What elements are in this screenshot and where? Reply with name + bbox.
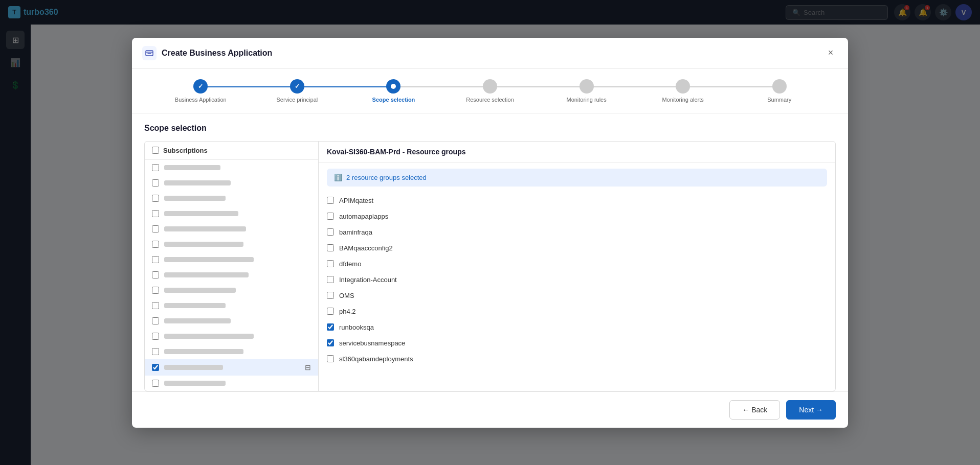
rg-checkbox-5[interactable] <box>327 260 334 267</box>
step-service-principal: ✓Service principal <box>249 79 346 103</box>
subscription-label-bar-12 <box>164 334 254 339</box>
subscription-item[interactable] <box>145 160 318 175</box>
resource-group-item[interactable]: APIMqatest <box>327 193 827 208</box>
subscription-checkbox-10[interactable] <box>152 302 159 309</box>
resource-group-item[interactable]: dfdemo <box>327 256 827 272</box>
subscription-item[interactable]: ⊟ <box>145 359 318 376</box>
subscription-checkbox-3[interactable] <box>152 195 159 202</box>
subscription-label-bar-3 <box>164 196 226 201</box>
filter-icon[interactable]: ⊟ <box>305 363 311 371</box>
subscription-checkbox-15[interactable] <box>152 380 159 387</box>
subscription-checkbox-8[interactable] <box>152 271 159 278</box>
subscription-checkbox-2[interactable] <box>152 179 159 187</box>
subscription-label-bar-9 <box>164 288 236 293</box>
subscription-item[interactable] <box>145 267 318 283</box>
step-label-service-principal: Service principal <box>277 97 318 103</box>
subscription-checkbox-5[interactable] <box>152 225 159 232</box>
back-button[interactable]: ← Back <box>729 400 780 420</box>
subscription-checkbox-6[interactable] <box>152 241 159 248</box>
resource-group-item[interactable]: BAMqaaccconfig2 <box>327 240 827 256</box>
section-title: Scope selection <box>144 124 836 133</box>
subscription-label-bar-2 <box>164 180 231 185</box>
step-summary: Summary <box>731 79 828 103</box>
rg-header: Kovai-SI360-BAM-Prd - Resource groups <box>319 142 835 162</box>
subscription-checkbox-9[interactable] <box>152 287 159 294</box>
modal-title: Create Business Application <box>162 49 272 58</box>
subscription-item[interactable] <box>145 175 318 191</box>
info-icon: ℹ️ <box>334 174 342 181</box>
subscription-checkbox-7[interactable] <box>152 256 159 263</box>
subscriptions-list[interactable]: ⊟ <box>145 160 318 391</box>
rg-checkbox-4[interactable] <box>327 244 334 251</box>
subscription-item[interactable] <box>145 344 318 359</box>
resource-group-item[interactable]: sl360qabamdeployments <box>327 351 827 367</box>
subscription-item[interactable] <box>145 191 318 206</box>
rg-label-4: BAMqaaccconfig2 <box>339 244 393 252</box>
modal-overlay: Create Business Application × ✓Business … <box>0 0 980 465</box>
rg-checkbox-9[interactable] <box>327 323 334 331</box>
step-label-resource-selection: Resource selection <box>466 97 514 103</box>
subscription-label-bar-10 <box>164 303 226 308</box>
step-monitoring-rules: Monitoring rules <box>538 79 635 103</box>
subscription-item[interactable] <box>145 252 318 267</box>
step-label-business-application: Business Application <box>175 97 227 103</box>
subscription-item[interactable] <box>145 221 318 237</box>
step-monitoring-alerts: Monitoring alerts <box>635 79 731 103</box>
subscription-item[interactable] <box>145 237 318 252</box>
subscriptions-panel: Subscriptions ⊟ <box>145 142 319 391</box>
subscription-item[interactable] <box>145 313 318 329</box>
rg-label-1: APIMqatest <box>339 197 373 204</box>
rg-checkbox-10[interactable] <box>327 339 334 346</box>
step-dot-monitoring-alerts <box>676 79 690 94</box>
resource-group-item[interactable]: runbooksqa <box>327 319 827 335</box>
resource-group-item[interactable]: automapapiapps <box>327 208 827 224</box>
subscription-item[interactable] <box>145 283 318 298</box>
svg-rect-0 <box>146 51 153 56</box>
rg-checkbox-7[interactable] <box>327 292 334 299</box>
rg-label-8: ph4.2 <box>339 308 356 315</box>
subscription-item[interactable] <box>145 206 318 221</box>
rg-checkbox-2[interactable] <box>327 213 334 220</box>
step-dot-resource-selection <box>483 79 497 94</box>
resource-group-item[interactable]: ph4.2 <box>327 304 827 319</box>
rg-checkbox-11[interactable] <box>327 355 334 362</box>
subscription-checkbox-1[interactable] <box>152 164 159 171</box>
step-dot-service-principal: ✓ <box>290 79 304 94</box>
resource-group-item[interactable]: servicebusnamespace <box>327 335 827 351</box>
subscription-checkbox-11[interactable] <box>152 317 159 324</box>
rg-list[interactable]: APIMqatestautomapapiappsbaminfraqaBAMqaa… <box>319 193 835 391</box>
subscription-label-bar-4 <box>164 211 238 216</box>
rg-label-10: servicebusnamespace <box>339 339 405 347</box>
modal-footer: ← Back Next → <box>132 391 848 428</box>
rg-checkbox-1[interactable] <box>327 197 334 204</box>
rg-checkbox-6[interactable] <box>327 276 334 283</box>
subscription-checkbox-14[interactable] <box>152 364 159 371</box>
step-business-application: ✓Business Application <box>152 79 249 103</box>
step-label-monitoring-rules: Monitoring rules <box>566 97 606 103</box>
subscription-item[interactable] <box>145 329 318 344</box>
scope-container: Subscriptions ⊟ Kovai-SI360-BAM-Prd - Re… <box>144 141 836 391</box>
subscription-label-bar-14 <box>164 365 223 370</box>
resource-group-item[interactable]: baminfraqa <box>327 224 827 240</box>
resource-groups-panel: Kovai-SI360-BAM-Prd - Resource groups ℹ️… <box>319 142 835 391</box>
rg-checkbox-3[interactable] <box>327 228 334 236</box>
select-all-subscriptions-checkbox[interactable] <box>152 147 159 154</box>
rg-info-banner: ℹ️ 2 resource groups selected <box>327 169 827 187</box>
subscription-item[interactable] <box>145 376 318 391</box>
subscription-checkbox-12[interactable] <box>152 333 159 340</box>
resource-group-item[interactable]: OMS <box>327 288 827 304</box>
subscription-checkbox-13[interactable] <box>152 348 159 355</box>
resource-group-item[interactable]: Integration-Account <box>327 272 827 288</box>
modal-close-button[interactable]: × <box>823 46 838 60</box>
rg-label-7: OMS <box>339 292 354 299</box>
modal-body: Scope selection Subscriptions ⊟ Kovai-SI… <box>132 113 848 391</box>
subscription-checkbox-4[interactable] <box>152 210 159 217</box>
subscriptions-label: Subscriptions <box>163 147 208 154</box>
step-dot-scope-selection <box>386 79 400 94</box>
rg-checkbox-8[interactable] <box>327 308 334 315</box>
stepper: ✓Business Application✓Service principalS… <box>132 69 848 113</box>
subscription-label-bar-1 <box>164 165 220 170</box>
subscription-item[interactable] <box>145 298 318 313</box>
subscription-label-bar-15 <box>164 381 226 386</box>
next-button[interactable]: Next → <box>786 400 836 420</box>
